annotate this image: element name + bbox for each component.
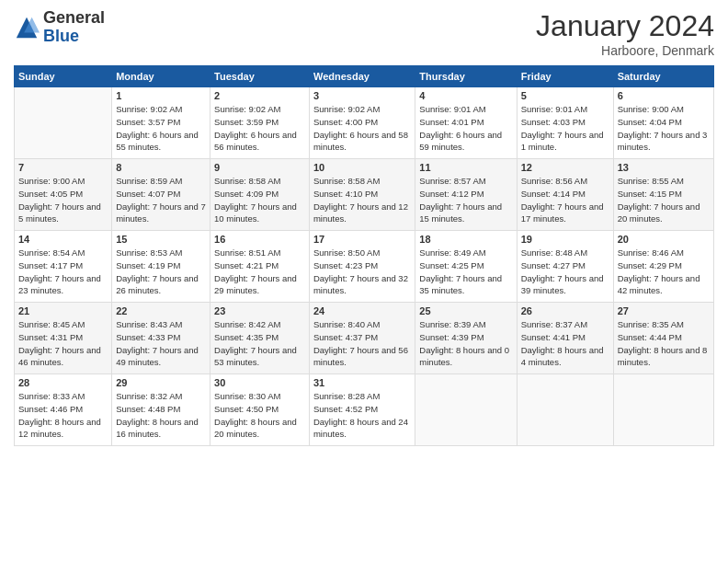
day-info: Sunrise: 8:59 AMSunset: 4:07 PMDaylight:… <box>116 175 206 225</box>
day-number: 18 <box>419 234 512 245</box>
calendar-cell: 17Sunrise: 8:50 AMSunset: 4:23 PMDayligh… <box>309 231 415 303</box>
calendar-cell: 30Sunrise: 8:30 AMSunset: 4:50 PMDayligh… <box>210 374 310 446</box>
day-info: Sunrise: 8:49 AMSunset: 4:25 PMDaylight:… <box>419 247 512 297</box>
calendar-cell: 31Sunrise: 8:28 AMSunset: 4:52 PMDayligh… <box>309 374 415 446</box>
calendar-cell: 21Sunrise: 8:45 AMSunset: 4:31 PMDayligh… <box>15 303 112 374</box>
calendar-cell: 23Sunrise: 8:42 AMSunset: 4:35 PMDayligh… <box>210 303 310 374</box>
day-info: Sunrise: 8:28 AMSunset: 4:52 PMDaylight:… <box>313 390 411 441</box>
calendar-cell: 10Sunrise: 8:58 AMSunset: 4:10 PMDayligh… <box>309 159 415 231</box>
day-number: 15 <box>116 234 206 245</box>
logo-blue: Blue <box>43 27 79 45</box>
day-number: 13 <box>618 162 710 173</box>
day-info: Sunrise: 9:00 AMSunset: 4:04 PMDaylight:… <box>618 103 710 154</box>
day-number: 19 <box>521 234 609 245</box>
calendar-table: Sunday Monday Tuesday Wednesday Thursday… <box>14 65 714 446</box>
day-number: 9 <box>214 162 305 173</box>
location-subtitle: Harboore, Denmark <box>536 43 714 58</box>
day-number: 17 <box>313 234 411 245</box>
day-info: Sunrise: 8:39 AMSunset: 4:39 PMDaylight:… <box>419 318 512 369</box>
col-tuesday: Tuesday <box>210 66 310 87</box>
day-number: 30 <box>214 377 305 388</box>
day-info: Sunrise: 8:55 AMSunset: 4:15 PMDaylight:… <box>618 175 710 225</box>
day-info: Sunrise: 9:01 AMSunset: 4:01 PMDaylight:… <box>419 103 512 154</box>
day-number: 5 <box>521 90 609 101</box>
calendar-cell: 7Sunrise: 9:00 AMSunset: 4:05 PMDaylight… <box>15 159 112 231</box>
logo: General Blue <box>14 9 105 46</box>
day-number: 11 <box>419 162 512 173</box>
month-title: January 2024 <box>536 9 714 43</box>
day-number: 25 <box>419 305 512 316</box>
calendar-cell: 24Sunrise: 8:40 AMSunset: 4:37 PMDayligh… <box>309 303 415 374</box>
day-number: 12 <box>521 162 609 173</box>
logo-general: General <box>43 8 105 27</box>
day-number: 3 <box>313 90 411 101</box>
day-info: Sunrise: 8:58 AMSunset: 4:09 PMDaylight:… <box>214 175 305 225</box>
day-info: Sunrise: 8:43 AMSunset: 4:33 PMDaylight:… <box>116 318 206 369</box>
calendar-cell: 12Sunrise: 8:56 AMSunset: 4:14 PMDayligh… <box>517 159 613 231</box>
calendar-cell: 4Sunrise: 9:01 AMSunset: 4:01 PMDaylight… <box>415 87 517 159</box>
calendar-cell: 9Sunrise: 8:58 AMSunset: 4:09 PMDaylight… <box>210 159 310 231</box>
page-header: General Blue January 2024 Harboore, Denm… <box>14 9 714 58</box>
calendar-cell: 18Sunrise: 8:49 AMSunset: 4:25 PMDayligh… <box>415 231 517 303</box>
day-info: Sunrise: 8:37 AMSunset: 4:41 PMDaylight:… <box>521 318 609 369</box>
calendar-cell: 19Sunrise: 8:48 AMSunset: 4:27 PMDayligh… <box>517 231 613 303</box>
day-number: 22 <box>116 305 206 316</box>
day-info: Sunrise: 8:35 AMSunset: 4:44 PMDaylight:… <box>618 318 710 369</box>
day-number: 20 <box>618 234 710 245</box>
day-number: 10 <box>313 162 411 173</box>
day-number: 8 <box>116 162 206 173</box>
day-number: 24 <box>313 305 411 316</box>
col-wednesday: Wednesday <box>309 66 415 87</box>
calendar-cell: 15Sunrise: 8:53 AMSunset: 4:19 PMDayligh… <box>112 231 210 303</box>
day-info: Sunrise: 9:02 AMSunset: 4:00 PMDaylight:… <box>313 103 411 154</box>
day-info: Sunrise: 8:33 AMSunset: 4:46 PMDaylight:… <box>18 390 108 441</box>
calendar-cell <box>415 374 517 446</box>
day-info: Sunrise: 8:40 AMSunset: 4:37 PMDaylight:… <box>313 318 411 369</box>
calendar-cell: 16Sunrise: 8:51 AMSunset: 4:21 PMDayligh… <box>210 231 310 303</box>
day-info: Sunrise: 8:54 AMSunset: 4:17 PMDaylight:… <box>18 247 108 297</box>
day-info: Sunrise: 9:02 AMSunset: 3:59 PMDaylight:… <box>214 103 305 154</box>
calendar-cell: 25Sunrise: 8:39 AMSunset: 4:39 PMDayligh… <box>415 303 517 374</box>
day-number: 14 <box>18 234 108 245</box>
day-info: Sunrise: 8:58 AMSunset: 4:10 PMDaylight:… <box>313 175 411 225</box>
calendar-cell: 29Sunrise: 8:32 AMSunset: 4:48 PMDayligh… <box>112 374 210 446</box>
day-info: Sunrise: 8:42 AMSunset: 4:35 PMDaylight:… <box>214 318 305 369</box>
calendar-cell: 8Sunrise: 8:59 AMSunset: 4:07 PMDaylight… <box>112 159 210 231</box>
day-number: 6 <box>618 90 710 101</box>
calendar-cell: 5Sunrise: 9:01 AMSunset: 4:03 PMDaylight… <box>517 87 613 159</box>
calendar-cell: 26Sunrise: 8:37 AMSunset: 4:41 PMDayligh… <box>517 303 613 374</box>
calendar-cell <box>517 374 613 446</box>
day-number: 31 <box>313 377 411 388</box>
day-number: 16 <box>214 234 305 245</box>
day-info: Sunrise: 8:51 AMSunset: 4:21 PMDaylight:… <box>214 247 305 297</box>
day-number: 28 <box>18 377 108 388</box>
calendar-cell: 22Sunrise: 8:43 AMSunset: 4:33 PMDayligh… <box>112 303 210 374</box>
calendar-cell: 27Sunrise: 8:35 AMSunset: 4:44 PMDayligh… <box>613 303 713 374</box>
day-info: Sunrise: 8:48 AMSunset: 4:27 PMDaylight:… <box>521 247 609 297</box>
calendar-cell: 2Sunrise: 9:02 AMSunset: 3:59 PMDaylight… <box>210 87 310 159</box>
day-number: 26 <box>521 305 609 316</box>
day-info: Sunrise: 8:53 AMSunset: 4:19 PMDaylight:… <box>116 247 206 297</box>
col-saturday: Saturday <box>613 66 713 87</box>
day-info: Sunrise: 8:57 AMSunset: 4:12 PMDaylight:… <box>419 175 512 225</box>
day-number: 2 <box>214 90 305 101</box>
calendar-cell <box>15 87 112 159</box>
col-monday: Monday <box>112 66 210 87</box>
day-number: 23 <box>214 305 305 316</box>
day-number: 1 <box>116 90 206 101</box>
calendar-cell: 3Sunrise: 9:02 AMSunset: 4:00 PMDaylight… <box>309 87 415 159</box>
calendar-cell: 13Sunrise: 8:55 AMSunset: 4:15 PMDayligh… <box>613 159 713 231</box>
day-info: Sunrise: 8:56 AMSunset: 4:14 PMDaylight:… <box>521 175 609 225</box>
day-info: Sunrise: 8:45 AMSunset: 4:31 PMDaylight:… <box>18 318 108 369</box>
calendar-cell: 14Sunrise: 8:54 AMSunset: 4:17 PMDayligh… <box>15 231 112 303</box>
day-info: Sunrise: 9:01 AMSunset: 4:03 PMDaylight:… <box>521 103 609 154</box>
day-number: 29 <box>116 377 206 388</box>
day-number: 4 <box>419 90 512 101</box>
calendar-cell: 11Sunrise: 8:57 AMSunset: 4:12 PMDayligh… <box>415 159 517 231</box>
day-number: 27 <box>618 305 710 316</box>
day-info: Sunrise: 8:30 AMSunset: 4:50 PMDaylight:… <box>214 390 305 441</box>
day-number: 21 <box>18 305 108 316</box>
day-info: Sunrise: 9:02 AMSunset: 3:57 PMDaylight:… <box>116 103 206 154</box>
col-thursday: Thursday <box>415 66 517 87</box>
day-info: Sunrise: 8:32 AMSunset: 4:48 PMDaylight:… <box>116 390 206 441</box>
